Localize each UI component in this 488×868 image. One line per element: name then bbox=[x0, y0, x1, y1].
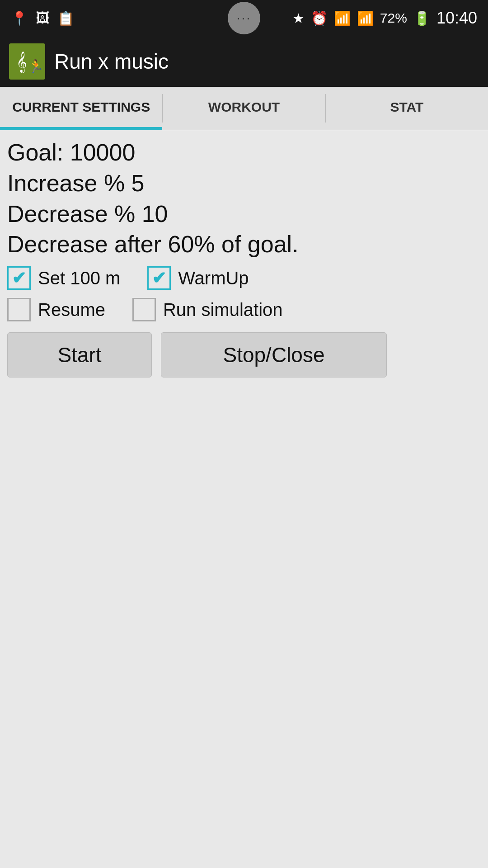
start-button[interactable]: Start bbox=[7, 332, 152, 377]
warmup-checkmark-icon: ✔ bbox=[152, 269, 166, 287]
overflow-menu-button[interactable]: ··· bbox=[228, 2, 260, 34]
tab-current-settings[interactable]: CURRENT SETTINGS bbox=[0, 87, 162, 130]
run-simulation-checkbox-item[interactable]: Run simulation bbox=[132, 298, 283, 321]
app-bar: 𝄞 🏃 Run x music bbox=[0, 36, 488, 87]
overflow-dots-icon: ··· bbox=[237, 11, 251, 25]
set100m-checkbox-item[interactable]: ✔ Set 100 m bbox=[7, 266, 120, 290]
warmup-label: WarmUp bbox=[178, 268, 249, 288]
main-content: Goal: 10000 Increase % 5 Decrease % 10 D… bbox=[0, 130, 488, 396]
set100m-checkmark-icon: ✔ bbox=[12, 269, 26, 287]
bluetooth-icon: ★ bbox=[292, 10, 305, 26]
app-icon: 𝄞 🏃 bbox=[9, 43, 45, 80]
tab-workout[interactable]: WORKOUT bbox=[163, 87, 325, 130]
tab-stat[interactable]: STAT bbox=[326, 87, 488, 130]
clipboard-icon: 📋 bbox=[57, 10, 74, 26]
set100m-checkbox[interactable]: ✔ bbox=[7, 266, 31, 290]
location-icon: 📍 bbox=[11, 10, 28, 26]
alarm-icon: ⏰ bbox=[311, 10, 328, 26]
warmup-checkbox-item[interactable]: ✔ WarmUp bbox=[147, 266, 249, 290]
battery-indicator: 72% bbox=[380, 10, 407, 26]
resume-label: Resume bbox=[38, 300, 105, 320]
resume-checkbox-item[interactable]: Resume bbox=[7, 298, 105, 321]
svg-text:🏃: 🏃 bbox=[28, 59, 42, 74]
checkbox-row-2: Resume Run simulation bbox=[7, 298, 481, 321]
status-bar: 📍 🖼 📋 ··· ★ ⏰ 📶 📶 72% 🔋 10:40 bbox=[0, 0, 488, 36]
wifi-icon: 📶 bbox=[334, 10, 351, 26]
run-simulation-checkbox[interactable] bbox=[132, 298, 156, 321]
status-bar-right: ★ ⏰ 📶 📶 72% 🔋 10:40 bbox=[292, 9, 477, 28]
decrease-after-setting: Decrease after 60% of goal. bbox=[7, 231, 481, 258]
run-simulation-label: Run simulation bbox=[163, 300, 283, 320]
goal-setting: Goal: 10000 bbox=[7, 139, 481, 166]
image-icon: 🖼 bbox=[36, 10, 49, 26]
button-row: Start Stop/Close bbox=[7, 332, 481, 377]
signal-icon: 📶 bbox=[357, 10, 374, 26]
svg-text:𝄞: 𝄞 bbox=[16, 52, 27, 73]
decrease-percent-setting: Decrease % 10 bbox=[7, 201, 481, 228]
clock: 10:40 bbox=[436, 9, 477, 28]
checkbox-row-1: ✔ Set 100 m ✔ WarmUp bbox=[7, 266, 481, 290]
app-title: Run x music bbox=[54, 49, 169, 74]
increase-percent-setting: Increase % 5 bbox=[7, 170, 481, 197]
stop-close-button[interactable]: Stop/Close bbox=[161, 332, 387, 377]
status-bar-left: 📍 🖼 📋 bbox=[11, 10, 74, 26]
tabs: CURRENT SETTINGS WORKOUT STAT bbox=[0, 87, 488, 130]
warmup-checkbox[interactable]: ✔ bbox=[147, 266, 171, 290]
resume-checkbox[interactable] bbox=[7, 298, 31, 321]
battery-icon: 🔋 bbox=[413, 10, 430, 26]
set100m-label: Set 100 m bbox=[38, 268, 120, 288]
